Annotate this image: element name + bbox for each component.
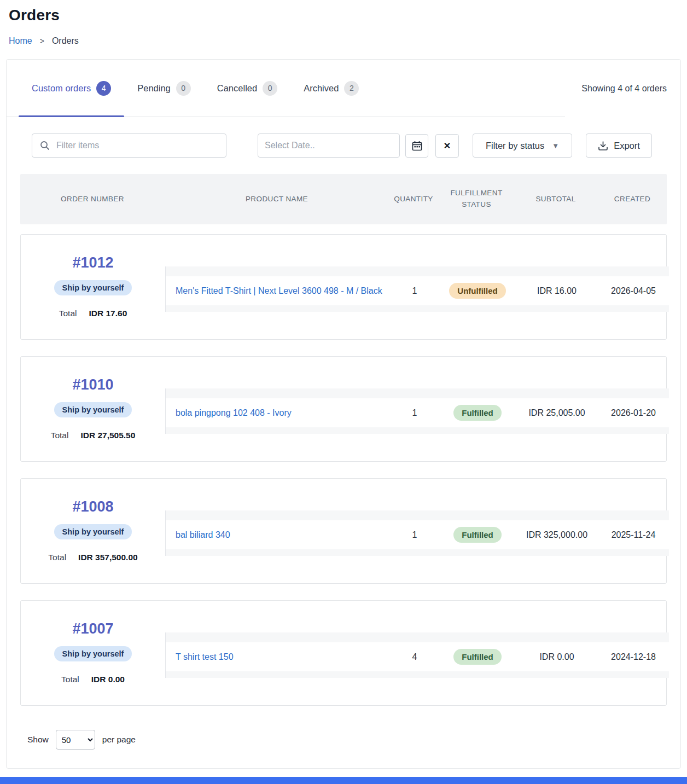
page-title: Orders bbox=[0, 0, 687, 24]
order-summary: #1007 Ship by yourself Total IDR 0.00 bbox=[21, 601, 165, 705]
tab-label: Custom orders bbox=[32, 83, 91, 94]
tab-count-badge: 0 bbox=[263, 81, 277, 96]
item-quantity: 1 bbox=[390, 408, 439, 418]
tab-label: Cancelled bbox=[217, 83, 257, 94]
order-item-row: bola pingpong 102 408 - Ivory 1 Fulfille… bbox=[166, 398, 669, 427]
order-card: #1008 Ship by yourself Total IDR 357,500… bbox=[20, 478, 667, 584]
filter-row: ✕ Filter by status ▼ Export bbox=[7, 117, 680, 174]
item-quantity: 1 bbox=[390, 530, 439, 540]
total-label: Total bbox=[51, 431, 69, 440]
status-badge: Fulfilled bbox=[453, 649, 502, 665]
product-name-link[interactable]: bal biliard 340 bbox=[166, 530, 390, 540]
ship-method-badge: Ship by yourself bbox=[54, 646, 132, 661]
tab-label: Archived bbox=[304, 83, 339, 94]
breadcrumb-home-link[interactable]: Home bbox=[9, 36, 32, 46]
order-number-link[interactable]: #1007 bbox=[72, 620, 113, 637]
item-created-date: 2026-01-20 bbox=[598, 408, 669, 418]
tab-custom-orders[interactable]: Custom orders 4 bbox=[19, 60, 124, 117]
order-summary: #1010 Ship by yourself Total IDR 27,505.… bbox=[21, 357, 165, 461]
order-total: Total IDR 17.60 bbox=[59, 309, 127, 318]
column-header-fulfillment-status: FULFILLMENT STATUS bbox=[438, 182, 515, 216]
total-label: Total bbox=[61, 675, 79, 684]
show-label: Show bbox=[27, 735, 49, 745]
order-total: Total IDR 357,500.00 bbox=[48, 553, 137, 562]
items-stripe bbox=[166, 671, 669, 678]
order-card: #1007 Ship by yourself Total IDR 0.00 T … bbox=[20, 600, 667, 706]
date-input[interactable] bbox=[258, 133, 400, 158]
breadcrumb-current: Orders bbox=[52, 36, 79, 46]
order-item-row: T shirt test 150 4 Fulfilled IDR 0.00 20… bbox=[166, 642, 669, 671]
column-header-subtotal: SUBTOTAL bbox=[515, 188, 597, 211]
order-items: T shirt test 150 4 Fulfilled IDR 0.00 20… bbox=[165, 632, 669, 678]
filter-by-status-dropdown[interactable]: Filter by status ▼ bbox=[473, 133, 572, 158]
item-quantity: 1 bbox=[390, 286, 439, 296]
total-value: IDR 0.00 bbox=[91, 675, 125, 684]
items-stripe bbox=[166, 632, 669, 642]
items-stripe bbox=[166, 510, 669, 520]
product-name-link[interactable]: bola pingpong 102 408 - Ivory bbox=[166, 408, 390, 418]
orders-card: Custom orders 4 Pending 0 Cancelled 0 Ar… bbox=[6, 59, 681, 769]
per-page-label: per page bbox=[102, 735, 136, 745]
item-created-date: 2026-04-05 bbox=[598, 286, 669, 296]
column-header-order-number: ORDER NUMBER bbox=[20, 188, 165, 211]
breadcrumb-separator: > bbox=[40, 37, 44, 45]
order-summary: #1012 Ship by yourself Total IDR 17.60 bbox=[21, 235, 165, 339]
calendar-button[interactable] bbox=[405, 134, 428, 158]
table-header: ORDER NUMBER PRODUCT NAME QUANTITY FULFI… bbox=[20, 174, 667, 224]
column-header-quantity: QUANTITY bbox=[389, 188, 438, 211]
chevron-down-icon: ▼ bbox=[552, 142, 559, 149]
order-number-link[interactable]: #1012 bbox=[72, 254, 113, 271]
total-label: Total bbox=[59, 309, 77, 318]
pagination-footer: Show 50 per page bbox=[7, 722, 680, 768]
tabs-bar: Custom orders 4 Pending 0 Cancelled 0 Ar… bbox=[7, 60, 680, 117]
export-label: Export bbox=[614, 141, 640, 151]
item-created-date: 2024-12-18 bbox=[598, 652, 669, 662]
calendar-icon bbox=[412, 141, 422, 151]
per-page-select[interactable]: 50 bbox=[56, 730, 95, 750]
bottom-bar bbox=[0, 777, 687, 784]
total-value: IDR 357,500.00 bbox=[78, 553, 138, 562]
tab-pending[interactable]: Pending 0 bbox=[124, 60, 204, 117]
tab-label: Pending bbox=[137, 83, 171, 94]
item-subtotal: IDR 0.00 bbox=[516, 652, 598, 662]
order-item-row: bal biliard 340 1 Fulfilled IDR 325,000.… bbox=[166, 520, 669, 549]
download-icon bbox=[598, 141, 608, 151]
order-items: bola pingpong 102 408 - Ivory 1 Fulfille… bbox=[165, 388, 669, 434]
breadcrumb: Home > Orders bbox=[0, 24, 687, 56]
search-input[interactable] bbox=[32, 133, 226, 158]
ship-method-badge: Ship by yourself bbox=[54, 524, 132, 539]
column-header-created: CREATED bbox=[597, 188, 668, 211]
items-stripe bbox=[166, 549, 669, 556]
product-name-link[interactable]: Men's Fitted T-Shirt | Next Level 3600 4… bbox=[166, 286, 390, 296]
export-button[interactable]: Export bbox=[586, 133, 652, 158]
order-summary: #1008 Ship by yourself Total IDR 357,500… bbox=[21, 479, 165, 583]
order-card: #1012 Ship by yourself Total IDR 17.60 M… bbox=[20, 234, 667, 340]
tab-count-badge: 4 bbox=[96, 81, 111, 96]
spacer bbox=[7, 224, 680, 234]
order-total: Total IDR 0.00 bbox=[61, 675, 125, 684]
search-field-wrap bbox=[32, 133, 226, 158]
status-badge: Unfulfilled bbox=[449, 283, 505, 299]
search-icon bbox=[39, 140, 50, 151]
clear-icon: ✕ bbox=[444, 141, 451, 151]
order-number-link[interactable]: #1008 bbox=[72, 498, 113, 515]
items-stripe bbox=[166, 388, 669, 398]
status-badge: Fulfilled bbox=[453, 405, 502, 421]
product-name-link[interactable]: T shirt test 150 bbox=[166, 652, 390, 662]
order-number-link[interactable]: #1010 bbox=[72, 376, 113, 393]
item-subtotal: IDR 16.00 bbox=[516, 286, 598, 296]
item-subtotal: IDR 325,000.00 bbox=[516, 530, 598, 540]
order-items: bal biliard 340 1 Fulfilled IDR 325,000.… bbox=[165, 510, 669, 556]
order-total: Total IDR 27,505.50 bbox=[51, 431, 136, 440]
fulfillment-status-cell: Fulfilled bbox=[439, 405, 516, 421]
fulfillment-status-cell: Fulfilled bbox=[439, 649, 516, 665]
column-header-product-name: PRODUCT NAME bbox=[165, 188, 389, 211]
clear-date-button[interactable]: ✕ bbox=[435, 134, 459, 158]
ship-method-badge: Ship by yourself bbox=[54, 280, 132, 295]
tab-cancelled[interactable]: Cancelled 0 bbox=[204, 60, 290, 117]
tab-count-badge: 0 bbox=[176, 81, 191, 96]
order-items: Men's Fitted T-Shirt | Next Level 3600 4… bbox=[165, 266, 669, 312]
item-created-date: 2025-11-24 bbox=[598, 530, 669, 540]
total-value: IDR 17.60 bbox=[89, 309, 127, 318]
tab-archived[interactable]: Archived 2 bbox=[290, 60, 372, 117]
